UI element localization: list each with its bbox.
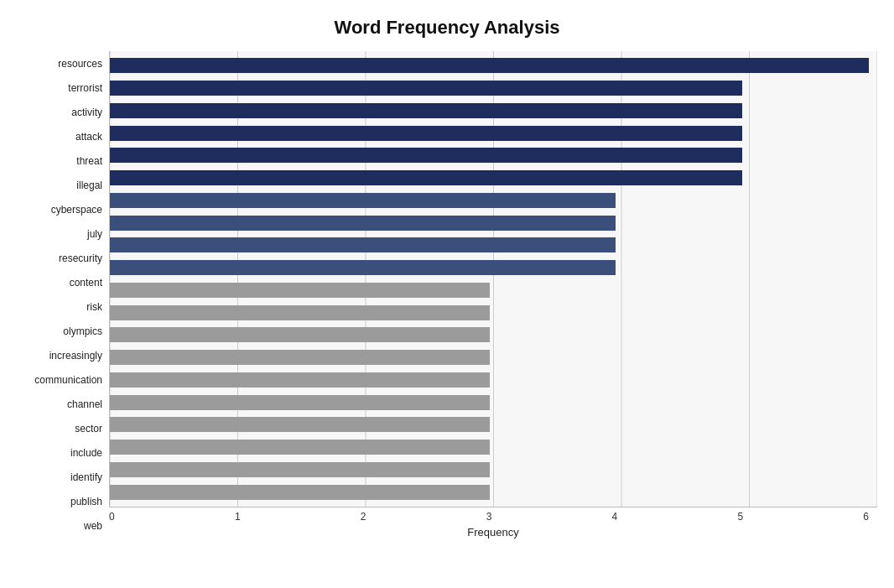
bars-area — [109, 51, 877, 507]
y-label: cyberspace — [51, 205, 102, 215]
x-tick: 6 — [863, 511, 869, 523]
bars-and-xaxis: 0123456 Frequency — [109, 51, 877, 539]
bar — [110, 305, 490, 320]
y-label: activity — [71, 107, 102, 117]
y-label: sector — [75, 424, 102, 434]
bar-row — [110, 301, 869, 324]
y-label: content — [70, 278, 102, 288]
bar-row — [110, 234, 869, 257]
chart-container: Word Frequency Analysis resourcesterrori… — [0, 0, 894, 588]
y-label: resources — [58, 59, 102, 69]
bar — [110, 170, 742, 185]
bar — [110, 260, 616, 275]
y-label: illegal — [76, 180, 102, 190]
bar-row — [110, 436, 869, 459]
y-label: communication — [34, 375, 102, 385]
x-tick: 4 — [612, 511, 618, 523]
x-tick: 0 — [109, 511, 115, 523]
bar — [110, 103, 742, 118]
bar-row — [110, 100, 869, 122]
bar-row — [110, 391, 869, 414]
bar-row — [110, 144, 869, 167]
bar-row — [110, 55, 869, 77]
bar — [110, 350, 490, 365]
bar — [110, 283, 490, 298]
bar — [110, 216, 616, 231]
bar — [110, 440, 490, 455]
y-label: channel — [67, 399, 102, 409]
x-axis: 0123456 — [109, 507, 877, 523]
bar — [110, 126, 742, 141]
bar — [110, 237, 616, 252]
bar-row — [110, 77, 869, 100]
y-label: attack — [75, 132, 102, 142]
bar — [110, 81, 742, 96]
y-label: include — [70, 448, 102, 458]
bar-row — [110, 257, 869, 279]
y-label: july — [87, 229, 102, 239]
bar-row — [110, 190, 869, 212]
bar-row — [110, 414, 869, 436]
bar — [110, 462, 490, 477]
bar-row — [110, 122, 869, 144]
x-tick: 1 — [235, 511, 241, 523]
y-label: publish — [70, 497, 102, 507]
y-label: risk — [86, 302, 102, 312]
bar — [110, 327, 490, 342]
y-label: olympics — [63, 326, 102, 336]
bar-row — [110, 481, 869, 503]
chart-title: Word Frequency Analysis — [17, 8, 877, 51]
bar — [110, 395, 490, 410]
bar — [110, 148, 742, 163]
x-tick: 2 — [361, 511, 366, 523]
y-label: terrorist — [68, 83, 102, 93]
y-label: identify — [70, 472, 102, 482]
bar — [110, 417, 490, 432]
y-label: resecurity — [59, 253, 102, 263]
chart-area: resourcesterroristactivityattackthreatil… — [17, 51, 877, 539]
y-axis-labels: resourcesterroristactivityattackthreatil… — [17, 51, 109, 539]
x-tick: 5 — [737, 511, 743, 523]
x-axis-label: Frequency — [109, 523, 877, 539]
bar-row — [110, 346, 869, 369]
y-label: web — [84, 521, 102, 531]
bar-row — [110, 459, 869, 481]
bar — [110, 485, 490, 500]
bar — [110, 58, 869, 73]
y-label: increasingly — [49, 351, 102, 361]
y-label: threat — [76, 156, 102, 166]
bar-row — [110, 167, 869, 190]
x-tick: 3 — [486, 511, 492, 523]
bar-row — [110, 369, 869, 392]
bar-row — [110, 324, 869, 346]
bar-row — [110, 279, 869, 302]
bar — [110, 193, 616, 208]
bar — [110, 372, 490, 388]
bar-row — [110, 211, 869, 234]
